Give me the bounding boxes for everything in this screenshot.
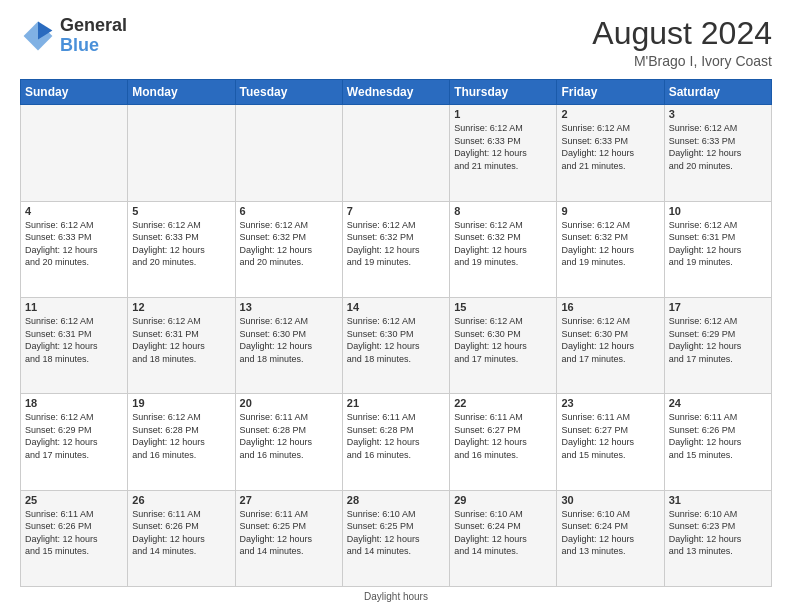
calendar-cell: 17Sunrise: 6:12 AMSunset: 6:29 PMDayligh… bbox=[664, 297, 771, 393]
calendar-cell: 8Sunrise: 6:12 AMSunset: 6:32 PMDaylight… bbox=[450, 201, 557, 297]
day-info: Sunrise: 6:11 AMSunset: 6:27 PMDaylight:… bbox=[454, 411, 552, 461]
calendar-cell: 11Sunrise: 6:12 AMSunset: 6:31 PMDayligh… bbox=[21, 297, 128, 393]
day-number: 15 bbox=[454, 301, 552, 313]
footer-note: Daylight hours bbox=[20, 591, 772, 602]
day-number: 2 bbox=[561, 108, 659, 120]
day-number: 11 bbox=[25, 301, 123, 313]
calendar-cell: 21Sunrise: 6:11 AMSunset: 6:28 PMDayligh… bbox=[342, 394, 449, 490]
day-info: Sunrise: 6:12 AMSunset: 6:33 PMDaylight:… bbox=[132, 219, 230, 269]
day-info: Sunrise: 6:11 AMSunset: 6:28 PMDaylight:… bbox=[347, 411, 445, 461]
calendar-cell: 1Sunrise: 6:12 AMSunset: 6:33 PMDaylight… bbox=[450, 105, 557, 201]
day-number: 9 bbox=[561, 205, 659, 217]
day-info: Sunrise: 6:10 AMSunset: 6:25 PMDaylight:… bbox=[347, 508, 445, 558]
day-info: Sunrise: 6:10 AMSunset: 6:24 PMDaylight:… bbox=[454, 508, 552, 558]
calendar-cell bbox=[128, 105, 235, 201]
day-number: 1 bbox=[454, 108, 552, 120]
day-number: 16 bbox=[561, 301, 659, 313]
calendar-cell: 15Sunrise: 6:12 AMSunset: 6:30 PMDayligh… bbox=[450, 297, 557, 393]
calendar-cell: 25Sunrise: 6:11 AMSunset: 6:26 PMDayligh… bbox=[21, 490, 128, 586]
calendar-week-5: 25Sunrise: 6:11 AMSunset: 6:26 PMDayligh… bbox=[21, 490, 772, 586]
day-info: Sunrise: 6:12 AMSunset: 6:32 PMDaylight:… bbox=[561, 219, 659, 269]
calendar-cell: 2Sunrise: 6:12 AMSunset: 6:33 PMDaylight… bbox=[557, 105, 664, 201]
logo-icon bbox=[20, 18, 56, 54]
calendar-cell bbox=[21, 105, 128, 201]
day-info: Sunrise: 6:12 AMSunset: 6:29 PMDaylight:… bbox=[25, 411, 123, 461]
day-number: 30 bbox=[561, 494, 659, 506]
col-saturday: Saturday bbox=[664, 80, 771, 105]
calendar-cell: 22Sunrise: 6:11 AMSunset: 6:27 PMDayligh… bbox=[450, 394, 557, 490]
day-info: Sunrise: 6:12 AMSunset: 6:30 PMDaylight:… bbox=[347, 315, 445, 365]
day-number: 28 bbox=[347, 494, 445, 506]
day-number: 4 bbox=[25, 205, 123, 217]
calendar-cell: 27Sunrise: 6:11 AMSunset: 6:25 PMDayligh… bbox=[235, 490, 342, 586]
calendar-cell: 4Sunrise: 6:12 AMSunset: 6:33 PMDaylight… bbox=[21, 201, 128, 297]
calendar-week-4: 18Sunrise: 6:12 AMSunset: 6:29 PMDayligh… bbox=[21, 394, 772, 490]
header-row: Sunday Monday Tuesday Wednesday Thursday… bbox=[21, 80, 772, 105]
day-number: 7 bbox=[347, 205, 445, 217]
day-info: Sunrise: 6:11 AMSunset: 6:27 PMDaylight:… bbox=[561, 411, 659, 461]
day-info: Sunrise: 6:12 AMSunset: 6:33 PMDaylight:… bbox=[669, 122, 767, 172]
calendar-cell: 9Sunrise: 6:12 AMSunset: 6:32 PMDaylight… bbox=[557, 201, 664, 297]
day-number: 17 bbox=[669, 301, 767, 313]
calendar-body: 1Sunrise: 6:12 AMSunset: 6:33 PMDaylight… bbox=[21, 105, 772, 587]
calendar-cell: 6Sunrise: 6:12 AMSunset: 6:32 PMDaylight… bbox=[235, 201, 342, 297]
day-info: Sunrise: 6:12 AMSunset: 6:32 PMDaylight:… bbox=[347, 219, 445, 269]
calendar-week-1: 1Sunrise: 6:12 AMSunset: 6:33 PMDaylight… bbox=[21, 105, 772, 201]
day-info: Sunrise: 6:12 AMSunset: 6:30 PMDaylight:… bbox=[454, 315, 552, 365]
day-number: 10 bbox=[669, 205, 767, 217]
day-info: Sunrise: 6:12 AMSunset: 6:31 PMDaylight:… bbox=[132, 315, 230, 365]
day-number: 6 bbox=[240, 205, 338, 217]
header: General Blue August 2024 M'Brago I, Ivor… bbox=[20, 16, 772, 69]
logo-text: General Blue bbox=[60, 16, 127, 56]
calendar-cell: 10Sunrise: 6:12 AMSunset: 6:31 PMDayligh… bbox=[664, 201, 771, 297]
day-number: 22 bbox=[454, 397, 552, 409]
day-info: Sunrise: 6:12 AMSunset: 6:31 PMDaylight:… bbox=[669, 219, 767, 269]
day-info: Sunrise: 6:11 AMSunset: 6:26 PMDaylight:… bbox=[132, 508, 230, 558]
day-info: Sunrise: 6:10 AMSunset: 6:24 PMDaylight:… bbox=[561, 508, 659, 558]
calendar: Sunday Monday Tuesday Wednesday Thursday… bbox=[20, 79, 772, 587]
day-number: 13 bbox=[240, 301, 338, 313]
day-info: Sunrise: 6:11 AMSunset: 6:26 PMDaylight:… bbox=[25, 508, 123, 558]
day-info: Sunrise: 6:12 AMSunset: 6:29 PMDaylight:… bbox=[669, 315, 767, 365]
day-number: 5 bbox=[132, 205, 230, 217]
day-number: 26 bbox=[132, 494, 230, 506]
calendar-cell: 30Sunrise: 6:10 AMSunset: 6:24 PMDayligh… bbox=[557, 490, 664, 586]
location-title: M'Brago I, Ivory Coast bbox=[592, 53, 772, 69]
day-info: Sunrise: 6:12 AMSunset: 6:32 PMDaylight:… bbox=[240, 219, 338, 269]
day-info: Sunrise: 6:12 AMSunset: 6:30 PMDaylight:… bbox=[561, 315, 659, 365]
calendar-cell: 18Sunrise: 6:12 AMSunset: 6:29 PMDayligh… bbox=[21, 394, 128, 490]
day-number: 29 bbox=[454, 494, 552, 506]
day-number: 20 bbox=[240, 397, 338, 409]
calendar-header: Sunday Monday Tuesday Wednesday Thursday… bbox=[21, 80, 772, 105]
calendar-cell: 12Sunrise: 6:12 AMSunset: 6:31 PMDayligh… bbox=[128, 297, 235, 393]
day-info: Sunrise: 6:11 AMSunset: 6:25 PMDaylight:… bbox=[240, 508, 338, 558]
calendar-week-3: 11Sunrise: 6:12 AMSunset: 6:31 PMDayligh… bbox=[21, 297, 772, 393]
title-block: August 2024 M'Brago I, Ivory Coast bbox=[592, 16, 772, 69]
calendar-cell: 28Sunrise: 6:10 AMSunset: 6:25 PMDayligh… bbox=[342, 490, 449, 586]
col-thursday: Thursday bbox=[450, 80, 557, 105]
day-info: Sunrise: 6:12 AMSunset: 6:28 PMDaylight:… bbox=[132, 411, 230, 461]
calendar-cell: 29Sunrise: 6:10 AMSunset: 6:24 PMDayligh… bbox=[450, 490, 557, 586]
day-number: 25 bbox=[25, 494, 123, 506]
day-info: Sunrise: 6:11 AMSunset: 6:28 PMDaylight:… bbox=[240, 411, 338, 461]
day-number: 18 bbox=[25, 397, 123, 409]
day-info: Sunrise: 6:12 AMSunset: 6:32 PMDaylight:… bbox=[454, 219, 552, 269]
calendar-cell bbox=[342, 105, 449, 201]
calendar-cell: 3Sunrise: 6:12 AMSunset: 6:33 PMDaylight… bbox=[664, 105, 771, 201]
calendar-cell: 26Sunrise: 6:11 AMSunset: 6:26 PMDayligh… bbox=[128, 490, 235, 586]
day-number: 3 bbox=[669, 108, 767, 120]
day-number: 12 bbox=[132, 301, 230, 313]
calendar-cell: 13Sunrise: 6:12 AMSunset: 6:30 PMDayligh… bbox=[235, 297, 342, 393]
calendar-cell bbox=[235, 105, 342, 201]
day-info: Sunrise: 6:12 AMSunset: 6:33 PMDaylight:… bbox=[25, 219, 123, 269]
calendar-cell: 24Sunrise: 6:11 AMSunset: 6:26 PMDayligh… bbox=[664, 394, 771, 490]
col-wednesday: Wednesday bbox=[342, 80, 449, 105]
calendar-cell: 20Sunrise: 6:11 AMSunset: 6:28 PMDayligh… bbox=[235, 394, 342, 490]
col-sunday: Sunday bbox=[21, 80, 128, 105]
month-title: August 2024 bbox=[592, 16, 772, 51]
day-number: 27 bbox=[240, 494, 338, 506]
day-number: 21 bbox=[347, 397, 445, 409]
day-number: 24 bbox=[669, 397, 767, 409]
calendar-week-2: 4Sunrise: 6:12 AMSunset: 6:33 PMDaylight… bbox=[21, 201, 772, 297]
calendar-cell: 7Sunrise: 6:12 AMSunset: 6:32 PMDaylight… bbox=[342, 201, 449, 297]
